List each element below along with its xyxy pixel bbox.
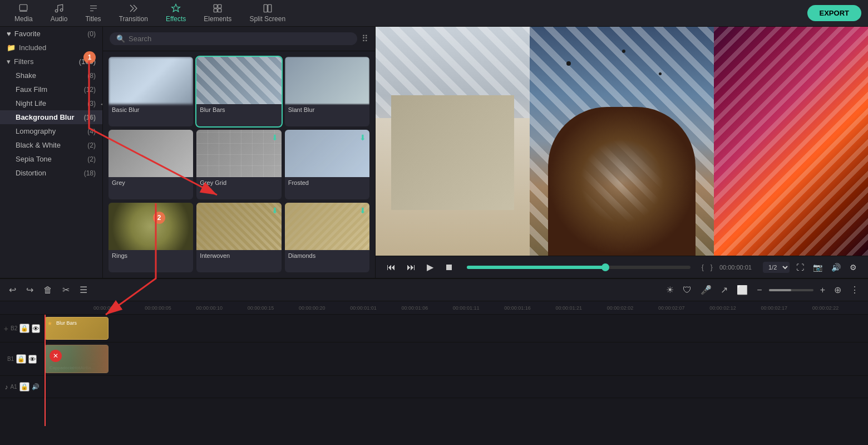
nav-item-media[interactable]: Media [7, 0, 41, 26]
svg-rect-3 [214, 4, 218, 8]
audio-volume[interactable]: 🔊 [32, 383, 40, 390]
track-2-clip-label: Blur Bars [54, 319, 79, 327]
sidebar-item-night-life[interactable]: Night Life (3) ◀ [0, 96, 102, 110]
sidebar-item-faux-film[interactable]: Faux Film (12) [0, 82, 102, 96]
nav-item-elements[interactable]: Elements [196, 0, 239, 26]
delete-button[interactable]: 🗑 [41, 283, 55, 297]
zoom-out-icon[interactable]: − [754, 283, 764, 297]
zoom-in-icon[interactable]: + [818, 283, 827, 297]
redo-button[interactable]: ↪ [24, 282, 36, 297]
diamonds-download-icon[interactable]: ⬇ [359, 206, 366, 215]
undo-button[interactable]: ↩ [7, 282, 18, 297]
preview-area: ⏮ ⏭ ▶ ⏹ { } 00:00:00:01 1/21/12/1 ⛶ 📷 🔊 … [376, 27, 868, 278]
svg-point-2 [60, 9, 63, 12]
fullscreen-button[interactable]: ⛶ [794, 261, 806, 274]
effect-label-diamonds: Diamonds [285, 250, 369, 261]
track-1-clip[interactable]: ✕ CappadociaHotAirBa... [45, 345, 108, 373]
sidebar-item-black-white[interactable]: Black & White (2) [0, 138, 102, 152]
track-2-clip[interactable]: ★ Blur Bars [45, 317, 108, 340]
preview-video [376, 27, 868, 256]
effect-thumb-grey-grid [196, 130, 281, 177]
track-2-eye[interactable]: 👁 [32, 324, 40, 333]
sun-icon[interactable]: ☀ [664, 282, 676, 297]
nav-item-audio[interactable]: Audio [43, 0, 76, 26]
effect-thumb-interwoven [196, 203, 281, 250]
search-box[interactable]: 🔍 [110, 32, 357, 45]
stop-button[interactable]: ⏹ [442, 260, 456, 275]
track-row-1: B1 🔒 👁 ✕ CappadociaHotAirBa... [0, 343, 868, 376]
share-icon[interactable]: ↗ [718, 282, 730, 297]
effect-item-slant-blur[interactable]: Slant Blur [285, 57, 369, 126]
effect-item-interwoven[interactable]: ⬇ Interwoven [196, 203, 281, 272]
time-bracket-end: } [711, 263, 713, 271]
snapshot-button[interactable]: 📷 [811, 261, 825, 274]
sidebar-item-lomography[interactable]: Lomography (4) [0, 124, 102, 138]
effect-label-frosted: Frosted [285, 177, 369, 188]
nav-item-effects[interactable]: Effects [158, 0, 194, 26]
grey-grid-download-icon[interactable]: ⬇ [272, 133, 278, 142]
caption-icon[interactable]: ⬜ [734, 282, 750, 297]
grid-layout-icon[interactable]: ⠿ [362, 33, 368, 44]
playback-controls: ⏮ ⏭ ▶ ⏹ { } 00:00:00:01 1/21/12/1 ⛶ 📷 🔊 … [376, 256, 868, 278]
interwoven-download-icon[interactable]: ⬇ [272, 206, 278, 215]
mic-icon[interactable]: 🎤 [698, 282, 714, 297]
shield-icon[interactable]: 🛡 [680, 283, 694, 297]
cut-button[interactable]: ✂ [60, 282, 72, 297]
nav-item-transition[interactable]: Transition [111, 0, 156, 26]
playhead[interactable] [45, 315, 46, 426]
sidebar-item-sepia[interactable]: Sepia Tone (2) [0, 152, 102, 166]
ratio-select[interactable]: 1/21/12/1 [763, 262, 790, 273]
cancel-icon[interactable]: ✕ [50, 350, 62, 362]
add-track-icon[interactable]: + [4, 324, 8, 333]
sidebar-item-background-blur[interactable]: Background Blur (16) [0, 110, 102, 124]
frosted-download-icon[interactable]: ⬇ [359, 133, 366, 142]
effect-item-basic-blur[interactable]: Basic Blur [108, 57, 193, 126]
nav-item-titles[interactable]: Titles [77, 0, 108, 26]
track-2-lock[interactable]: 🔒 [19, 324, 29, 333]
effect-thumb-grey [108, 130, 193, 177]
track-row-2: + B2 🔒 👁 ★ Blur Bars [0, 315, 868, 343]
effect-item-blur-bars[interactable]: Blur Bars [196, 57, 281, 126]
effect-thumb-diamonds [285, 203, 369, 250]
effect-item-grey-grid[interactable]: ⬇ Grey Grid [196, 130, 281, 199]
svg-rect-0 [20, 4, 28, 11]
audio-lock[interactable]: 🔒 [19, 382, 29, 392]
search-input[interactable] [129, 35, 351, 43]
audio-track-row: ♪ A1 🔒 🔊 [0, 376, 868, 398]
track-1-lock[interactable]: 🔒 [16, 354, 26, 364]
more-icon[interactable]: ⋮ [848, 282, 861, 297]
add-icon[interactable]: ⊕ [832, 282, 844, 297]
effect-item-grey[interactable]: Grey [108, 130, 193, 199]
effect-item-rings[interactable]: Rings [108, 203, 193, 272]
volume-button[interactable]: 🔊 [829, 261, 843, 274]
sidebar-item-distortion[interactable]: Distortion (18) [0, 166, 102, 180]
sidebar-item-favorite[interactable]: ♥ Favorite (0) [0, 27, 102, 41]
settings-button[interactable]: ⚙ [847, 261, 859, 274]
track-2-num: B2 [11, 325, 17, 331]
play-pause-button[interactable]: ▶ [425, 260, 436, 275]
menu-button[interactable]: ☰ [77, 282, 90, 297]
effect-item-diamonds[interactable]: ⬇ Diamonds [285, 203, 369, 272]
effect-label-slant-blur: Slant Blur [285, 104, 369, 115]
export-button[interactable]: EXPORT [807, 5, 861, 21]
top-nav: Media Audio Titles Transition Effects El… [0, 0, 868, 27]
nav-item-split-screen[interactable]: Split Screen [241, 0, 293, 26]
progress-handle[interactable] [601, 263, 609, 271]
time-bracket-start: { [702, 263, 704, 271]
track-1-eye[interactable]: 👁 [28, 355, 37, 364]
badge-step-2: 2 [153, 212, 165, 224]
background-blur-count: (16) [84, 114, 96, 121]
rewind-button[interactable]: ⏮ [384, 260, 398, 275]
sidebar-item-shake[interactable]: Shake (8) [0, 69, 102, 82]
timeline-toolbar: ↩ ↪ 🗑 ✂ ☰ ☀ 🛡 🎤 ↗ ⬜ − + ⊕ ⋮ [0, 279, 868, 301]
zoom-slider[interactable] [769, 289, 813, 291]
svg-point-1 [55, 9, 58, 12]
step-back-button[interactable]: ⏭ [405, 260, 418, 275]
progress-bar-container[interactable] [467, 266, 691, 269]
favorite-count: (0) [87, 30, 96, 38]
effect-item-frosted[interactable]: ⬇ Frosted [285, 130, 369, 199]
svg-rect-8 [268, 4, 271, 12]
clip-star-icon: ★ [47, 320, 52, 326]
distortion-count: (18) [84, 169, 96, 177]
progress-bar-fill [467, 266, 605, 269]
